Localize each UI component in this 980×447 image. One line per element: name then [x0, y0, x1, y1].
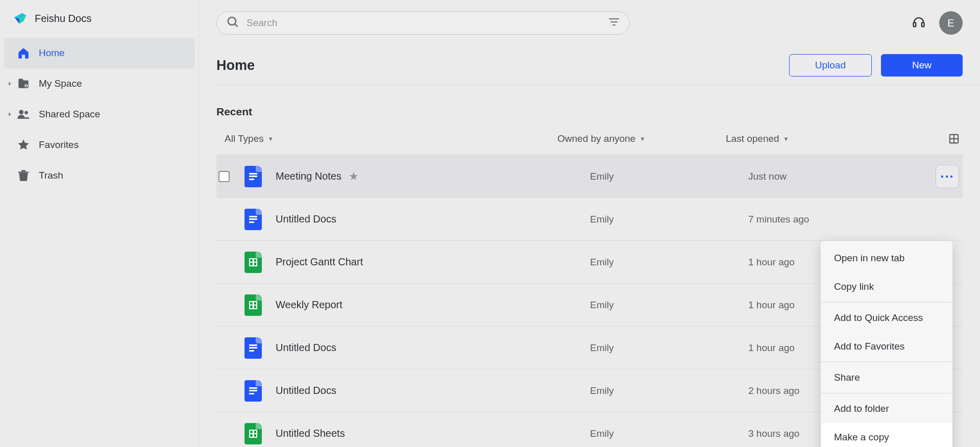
more-button[interactable]: ··· — [936, 165, 959, 188]
search-icon — [226, 15, 239, 31]
sidebar-item-shared-space[interactable]: Shared Space — [4, 99, 194, 130]
row-checkbox[interactable] — [216, 385, 243, 396]
file-name: Weekly Report — [276, 299, 342, 311]
filter-sort-label: Last opened — [726, 133, 779, 144]
trash-icon — [16, 168, 31, 183]
brand-name: Feishu Docs — [35, 13, 91, 24]
file-row[interactable]: Untitled Docs★Emily7 minutes ago··· — [216, 197, 963, 240]
search-box[interactable] — [216, 11, 630, 35]
expand-caret-icon[interactable] — [6, 81, 14, 86]
headphones-icon[interactable] — [912, 15, 926, 31]
context-menu: Open in new tabCopy linkAdd to Quick Acc… — [821, 241, 952, 447]
sidebar-item-favorites[interactable]: Favorites — [4, 130, 194, 160]
sidebar: Feishu Docs HomeMy SpaceShared SpaceFavo… — [0, 0, 199, 447]
sheet-icon — [243, 294, 263, 316]
row-checkbox[interactable] — [216, 428, 243, 439]
file-owner: Emily — [590, 342, 748, 354]
doc-icon — [243, 380, 263, 402]
page-title: Home — [216, 58, 255, 73]
file-owner: Emily — [590, 257, 748, 268]
menu-item-make-a-copy[interactable]: Make a copy — [821, 423, 952, 447]
file-row[interactable]: Meeting Notes★EmilyJust now··· — [216, 155, 963, 197]
svg-rect-4 — [18, 171, 29, 172]
home-icon — [16, 46, 31, 60]
file-name: Meeting Notes — [276, 170, 341, 182]
sidebar-item-label: Shared Space — [39, 109, 100, 120]
sidebar-item-my-space[interactable]: My Space — [4, 68, 194, 99]
sheet-icon — [243, 252, 263, 273]
sheet-icon — [243, 423, 263, 444]
svg-point-2 — [19, 110, 23, 114]
svg-point-1 — [26, 85, 27, 86]
menu-item-share[interactable]: Share — [821, 363, 952, 392]
menu-item-add-to-quick-access[interactable]: Add to Quick Access — [821, 304, 952, 332]
sidebar-item-label: My Space — [39, 78, 82, 89]
header-divider — [216, 85, 980, 85]
filter-type[interactable]: All Types ▼ — [225, 133, 274, 144]
menu-separator — [821, 362, 952, 362]
sidebar-item-label: Favorites — [39, 139, 79, 151]
svg-rect-10 — [914, 22, 916, 27]
svg-rect-11 — [922, 22, 924, 27]
search-input[interactable] — [239, 17, 608, 29]
file-owner: Emily — [590, 214, 748, 225]
filter-owner-label: Owned by anyone — [557, 133, 635, 144]
sidebar-item-label: Home — [39, 47, 65, 59]
star-icon[interactable]: ★ — [349, 170, 359, 183]
new-button[interactable]: New — [881, 54, 963, 77]
avatar[interactable]: E — [939, 11, 963, 35]
doc-icon — [243, 209, 263, 230]
expand-caret-icon[interactable] — [6, 112, 14, 117]
brand[interactable]: Feishu Docs — [0, 6, 199, 38]
sidebar-item-trash[interactable]: Trash — [4, 160, 194, 191]
file-name: Untitled Sheets — [276, 428, 345, 439]
filter-bar: All Types ▼ Owned by anyone ▼ Last opene… — [216, 128, 963, 150]
upload-button[interactable]: Upload — [789, 54, 872, 77]
file-owner: Emily — [590, 171, 748, 182]
menu-item-copy-link[interactable]: Copy link — [821, 272, 952, 301]
people-icon — [16, 107, 31, 121]
file-time: Just now — [748, 171, 932, 182]
file-name: Project Gantt Chart — [276, 256, 363, 268]
row-checkbox[interactable] — [216, 257, 243, 268]
menu-item-open-in-new-tab[interactable]: Open in new tab — [821, 244, 952, 272]
sidebar-item-label: Trash — [39, 170, 63, 181]
filter-sort[interactable]: Last opened ▼ — [726, 133, 935, 144]
avatar-initial: E — [947, 17, 954, 29]
filter-type-label: All Types — [225, 133, 264, 144]
file-name: Untitled Docs — [276, 385, 336, 396]
page-header: Home Upload New — [216, 46, 963, 85]
row-checkbox[interactable] — [216, 300, 243, 311]
topbar: E — [199, 0, 980, 46]
file-owner: Emily — [590, 300, 748, 311]
star-icon — [16, 138, 31, 152]
file-owner: Emily — [590, 428, 748, 439]
menu-item-add-to-favorites[interactable]: Add to Favorites — [821, 332, 952, 361]
file-time: 7 minutes ago — [748, 214, 932, 225]
sidebar-item-home[interactable]: Home — [4, 38, 194, 68]
menu-separator — [821, 393, 952, 393]
feishu-logo-icon — [13, 11, 28, 26]
caret-down-icon: ▼ — [268, 136, 274, 142]
filter-icon[interactable] — [608, 16, 620, 30]
caret-down-icon: ▼ — [640, 136, 645, 142]
caret-down-icon: ▼ — [783, 136, 789, 142]
section-title: Recent — [216, 106, 963, 118]
menu-item-add-to-folder[interactable]: Add to folder — [821, 394, 952, 423]
file-name: Untitled Docs — [276, 213, 336, 225]
filter-owner[interactable]: Owned by anyone ▼ — [557, 133, 716, 144]
doc-icon — [243, 166, 263, 187]
grid-view-toggle[interactable] — [945, 130, 963, 147]
main: Home Upload New Recent All Types ▼ Owned… — [199, 46, 980, 447]
row-checkbox[interactable] — [216, 214, 243, 225]
folder-user-icon — [16, 77, 31, 91]
row-checkbox[interactable] — [216, 171, 243, 182]
svg-point-3 — [24, 111, 28, 115]
nav: HomeMy SpaceShared SpaceFavoritesTrash — [0, 38, 199, 191]
menu-separator — [821, 302, 952, 303]
svg-line-6 — [235, 24, 237, 27]
row-checkbox[interactable] — [216, 342, 243, 354]
file-name: Untitled Docs — [276, 342, 336, 354]
doc-icon — [243, 337, 263, 359]
file-owner: Emily — [590, 385, 748, 396]
